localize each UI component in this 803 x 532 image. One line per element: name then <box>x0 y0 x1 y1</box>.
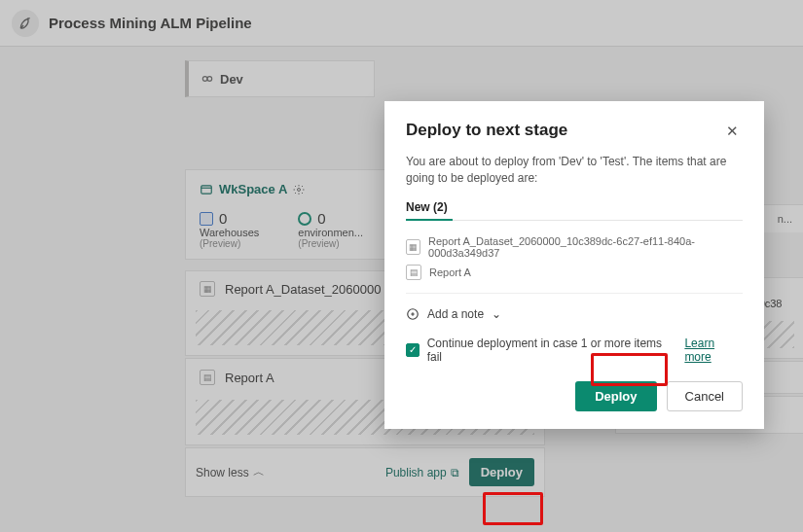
learn-more-link[interactable]: Learn more <box>684 337 743 364</box>
modal-tab-new[interactable]: New (2) <box>406 200 743 221</box>
note-icon <box>406 307 420 321</box>
modal-cancel-button[interactable]: Cancel <box>667 381 743 411</box>
chevron-down-icon: ⌄ <box>492 307 501 321</box>
add-note-toggle[interactable]: Add a note ⌄ <box>406 307 743 321</box>
continue-checkbox[interactable]: ✓ <box>406 343 420 357</box>
modal-item-list: ▦Report A_Dataset_2060000_10c389dc-6c27-… <box>406 232 743 294</box>
modal-title: Deploy to next stage <box>406 121 567 140</box>
deploy-modal: Deploy to next stage ✕ You are about to … <box>384 101 764 429</box>
modal-description: You are about to deploy from 'Dev' to 'T… <box>406 154 743 187</box>
dataset-icon: ▦ <box>406 239 420 255</box>
continue-label: Continue deployment in case 1 or more it… <box>427 337 674 364</box>
report-icon: ▤ <box>406 265 421 280</box>
modal-deploy-button[interactable]: Deploy <box>575 381 656 411</box>
close-icon[interactable]: ✕ <box>722 121 743 142</box>
